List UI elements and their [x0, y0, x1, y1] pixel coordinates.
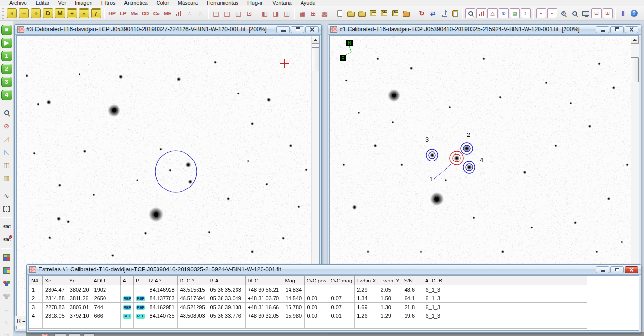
palette-cmy-button[interactable]: [1, 265, 12, 276]
table-cell[interactable]: +48 30 32.05: [245, 311, 283, 320]
scroll-thumb[interactable]: [312, 47, 319, 71]
open-file-button[interactable]: [345, 8, 356, 19]
table-cell[interactable]: 0.00: [304, 294, 329, 303]
table-cell[interactable]: 48.521295: [177, 303, 208, 311]
high-pass-filter-button[interactable]: HP: [106, 8, 118, 19]
menu-herramientas[interactable]: Herramientas: [202, 0, 243, 6]
table-cell[interactable]: [177, 320, 208, 329]
table-cell[interactable]: 19.6: [402, 311, 423, 320]
table-cell[interactable]: 3: [29, 303, 43, 311]
menu-archivo[interactable]: Archivo: [5, 0, 31, 6]
table-cell[interactable]: 2: [29, 294, 43, 303]
restore-button[interactable]: [610, 26, 624, 33]
table-cell[interactable]: 0.00: [304, 311, 329, 320]
select-region-button[interactable]: [1, 203, 12, 214]
window-layout-button[interactable]: ◫: [1, 160, 12, 170]
table-cell[interactable]: [67, 320, 92, 329]
column-header-xc[interactable]: Xc: [43, 276, 67, 285]
table-cell[interactable]: 48.508903: [177, 311, 208, 320]
image-4-button[interactable]: 4: [1, 90, 12, 100]
photometry-button[interactable]: △: [487, 8, 498, 18]
table-cell[interactable]: 84.137703: [147, 294, 177, 303]
blink-stop-button[interactable]: ■: [1, 25, 12, 35]
subtract-images-button[interactable]: −: [19, 8, 29, 18]
table-cell[interactable]: 1.26: [355, 311, 378, 320]
convolution-filter-button[interactable]: Co: [151, 8, 162, 19]
tile-2x2-button[interactable]: ⊞: [308, 8, 319, 19]
blur-mask-button[interactable]: ◌: [195, 8, 206, 19]
column-header-mag-[interactable]: Mag.: [283, 276, 304, 285]
menu-m-scara[interactable]: Máscara: [173, 0, 202, 6]
table-cell[interactable]: 05 36 33.776: [208, 311, 245, 320]
paste-button[interactable]: [449, 8, 460, 19]
table-cell[interactable]: 1.29: [378, 311, 402, 320]
table-cell[interactable]: 15.780: [283, 303, 304, 311]
column-header-dec[interactable]: DEC: [245, 276, 283, 285]
window-titlebar[interactable]: #3 Calibrated-T16-davidjau-TCP J05390410…: [15, 25, 321, 35]
profile-button[interactable]: ◺: [1, 147, 12, 157]
column-header-o-c-mag[interactable]: O-C mag: [329, 276, 355, 285]
arrange-windows-button[interactable]: ‖: [618, 8, 629, 19]
median-filter-button[interactable]: ME: [162, 8, 173, 19]
statistics-button[interactable]: [476, 8, 486, 18]
table-cell[interactable]: 2314.88: [43, 294, 67, 303]
table-cell[interactable]: 1: [29, 285, 43, 294]
table-cell[interactable]: 1902: [92, 285, 120, 294]
table-cell[interactable]: 3802.20: [67, 285, 92, 294]
measure-angle-button[interactable]: ◿: [1, 134, 12, 144]
image-3-button[interactable]: 3: [1, 77, 12, 87]
table-cell[interactable]: 6_1_3: [423, 294, 587, 303]
table-cell[interactable]: [304, 285, 329, 294]
table-cell[interactable]: 84.140735: [147, 311, 177, 320]
menu-imagen[interactable]: Imagen: [70, 0, 97, 6]
column-header-fwhm-x[interactable]: Fwhm X: [355, 276, 378, 285]
minimize-button[interactable]: [54, 333, 66, 336]
table-cell[interactable]: [208, 320, 245, 329]
table-cell[interactable]: REF: [134, 303, 147, 311]
add-constant-button[interactable]: +: [67, 8, 77, 18]
table-cell[interactable]: 0.07: [329, 303, 355, 311]
column-header-s-n[interactable]: S/N: [402, 276, 423, 285]
duplicate-button[interactable]: ◫: [281, 8, 292, 19]
table-cell[interactable]: 666: [92, 311, 120, 320]
menu-editar[interactable]: Editar: [31, 0, 54, 6]
table-cell[interactable]: 1.34: [355, 294, 378, 303]
image-1-button[interactable]: 1: [1, 51, 12, 61]
scroll-thumb[interactable]: [631, 57, 639, 82]
table-cell[interactable]: 48.517694: [177, 294, 208, 303]
blink-play-button[interactable]: ▶: [1, 38, 12, 48]
table-cell[interactable]: 2.29: [355, 285, 378, 294]
scroll-up-button[interactable]: [631, 36, 639, 44]
close-button[interactable]: [305, 26, 319, 33]
table-cell[interactable]: REF: [134, 311, 147, 320]
table-cell[interactable]: [43, 320, 67, 329]
table-cell[interactable]: 64.1: [402, 294, 423, 303]
zoom-in-button[interactable]: +: [558, 8, 569, 19]
low-pass-filter-button[interactable]: LP: [118, 8, 129, 19]
menu-ver[interactable]: Ver: [53, 0, 70, 6]
table-cell[interactable]: [134, 320, 147, 329]
table-cell[interactable]: 15.980: [283, 311, 304, 320]
window-titlebar[interactable]: #1 Calibrated-T16-davidjau-TCP J05390410…: [328, 25, 641, 35]
astrometry-button[interactable]: ⊕: [499, 8, 509, 18]
table-cell[interactable]: [120, 285, 134, 294]
scroll-up-button[interactable]: [312, 36, 319, 44]
minimize-button[interactable]: [276, 26, 290, 33]
close-button[interactable]: [625, 266, 638, 273]
column-header-n-[interactable]: N#: [29, 276, 43, 285]
table-cell[interactable]: [29, 320, 43, 329]
palette-rgb-button[interactable]: [1, 252, 12, 263]
column-header-adu[interactable]: ADU: [92, 276, 120, 285]
table-cell[interactable]: 2304.47: [43, 285, 67, 294]
table-cell[interactable]: 2.05: [378, 285, 402, 294]
column-header-yc[interactable]: Yc: [67, 276, 92, 285]
table-cell[interactable]: 4: [29, 311, 43, 320]
fits-header-button[interactable]: ▤: [510, 8, 520, 18]
table-cell[interactable]: 14.540: [283, 294, 304, 303]
table-cell[interactable]: 1.50: [378, 294, 402, 303]
color-balance-button[interactable]: [1, 278, 12, 289]
table-cell[interactable]: 48.6: [402, 285, 423, 294]
sigma-button[interactable]: Σ: [521, 8, 531, 18]
open-recent-button[interactable]: [356, 8, 368, 19]
maximum-filter-button[interactable]: Ma: [129, 8, 140, 19]
